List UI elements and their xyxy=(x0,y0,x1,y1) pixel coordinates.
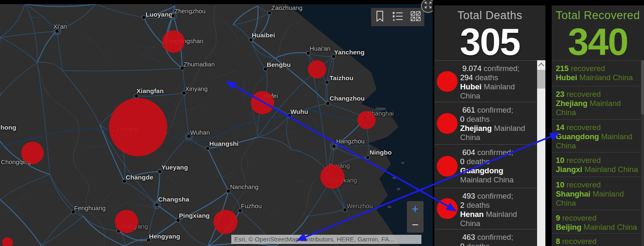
map-city-label: Yancheng xyxy=(334,49,364,56)
scrollbar-thumb[interactable] xyxy=(537,70,545,89)
map-city-label: Huaibei xyxy=(252,32,275,39)
death-list-item[interactable]: 661 confirmed;0 deathsZhejiang Mainland … xyxy=(434,102,537,144)
recovered-list-item[interactable]: 215 recoveredHubei Mainland China xyxy=(552,60,644,86)
recovered-panel-title: Total Recovered xyxy=(552,9,644,22)
death-item-text: 9.074 confirmed;294 deathsHubei Mainland… xyxy=(460,61,537,102)
city-dot xyxy=(332,145,336,148)
recovered-list-item[interactable]: 8 recovered xyxy=(552,233,644,246)
city-dot xyxy=(307,52,310,55)
city-dot xyxy=(171,14,175,17)
basemap-gallery-icon xyxy=(411,11,421,23)
map-city-label: Ningbo xyxy=(369,149,391,156)
red-bubble-icon xyxy=(434,145,460,188)
map-city-label: Yueyang xyxy=(161,164,188,171)
city-dot xyxy=(366,156,369,159)
scrollbar-thumb[interactable] xyxy=(641,60,644,114)
city-dot xyxy=(268,11,271,15)
map-city-label: Wenzhou xyxy=(347,202,373,209)
city-dot xyxy=(238,209,242,212)
map-city-label: Zaozhuang xyxy=(271,4,302,11)
city-dot xyxy=(326,102,329,105)
map-city-label: Changde xyxy=(126,174,153,181)
case-bubble[interactable] xyxy=(308,60,326,79)
map-city-label: Changzhou xyxy=(329,95,364,102)
case-bubble[interactable] xyxy=(2,237,13,246)
recovered-total-value: 340 xyxy=(552,23,644,61)
recovered-list-item[interactable]: 10 recoveredShanghai Mainland China xyxy=(552,177,644,210)
map-city-label: hong xyxy=(0,124,16,131)
basemap-gallery-button[interactable] xyxy=(406,8,424,26)
death-list-item[interactable]: 9.074 confirmed;294 deathsHubei Mainland… xyxy=(434,60,537,102)
recovered-list[interactable]: 215 recoveredHubei Mainland China23 reco… xyxy=(552,60,644,246)
map-city-label: Zhengzhou xyxy=(174,7,206,15)
case-bubble[interactable] xyxy=(320,165,344,189)
death-item-text: 463 confirmed;0 deaths xyxy=(460,229,537,246)
zoom-out-button[interactable]: − xyxy=(407,217,424,233)
death-item-text: 661 confirmed;0 deathsZhejiang Mainland … xyxy=(460,102,537,144)
map-city-label: Bengbu xyxy=(267,61,291,69)
red-bubble-icon xyxy=(434,61,460,102)
deaths-scrollbar[interactable] xyxy=(537,60,545,246)
expand-icon xyxy=(424,1,432,11)
map-city-label: Pingxiang xyxy=(179,212,210,219)
deaths-panel-title: Total Deaths xyxy=(434,9,545,22)
map-city-label: Xiangfan xyxy=(136,87,163,95)
death-list-item[interactable]: 463 confirmed;0 deaths xyxy=(434,229,537,246)
case-bubble[interactable] xyxy=(21,142,44,164)
city-dot xyxy=(155,203,159,207)
recovered-list-item[interactable]: 23 recoveredZhejiang Mainland China xyxy=(552,86,644,119)
recovered-scrollbar[interactable] xyxy=(641,60,644,246)
city-dot xyxy=(227,189,230,193)
map-city-label: Huai'an xyxy=(310,45,330,52)
map-panel[interactable]: Xi'anLuoyangZhengzhouZaozhuangHuaibeiPin… xyxy=(0,0,433,246)
map-city-label: Hangzhou xyxy=(336,138,364,145)
map-zoom-control: + − xyxy=(407,201,424,233)
case-bubble[interactable] xyxy=(162,30,185,53)
death-item-text: 604 confirmed;0 deathsGuangdong Mainland… xyxy=(460,145,537,188)
map-city-label: Xi'an xyxy=(53,23,67,30)
legend-button[interactable] xyxy=(389,8,407,26)
recovered-list-item[interactable]: 9 recoveredBeijing Mainland China xyxy=(552,210,644,233)
city-dot xyxy=(135,94,138,98)
map-city-label: Luoyang xyxy=(146,11,173,18)
city-dot xyxy=(158,170,161,173)
city-dot xyxy=(206,147,209,150)
bookmark-icon xyxy=(375,11,384,23)
case-bubble[interactable] xyxy=(115,210,138,233)
city-dot xyxy=(325,81,329,84)
map-city-label: Zhumadian xyxy=(183,61,215,68)
map-city-label: Wuhan xyxy=(190,129,210,136)
case-bubble[interactable] xyxy=(357,111,376,129)
map-city-label: Huangshi xyxy=(209,140,239,148)
total-recovered-panel: Total Recovered 340 215 recoveredHubei M… xyxy=(552,5,644,246)
city-dot xyxy=(343,208,347,212)
red-bubble-icon xyxy=(434,188,460,229)
death-list-item[interactable]: 604 confirmed;0 deathsGuangdong Mainland… xyxy=(434,144,537,188)
total-deaths-panel: Total Deaths 305 9.074 confirmed;294 dea… xyxy=(434,5,545,246)
death-item-text: 493 confirmed;2 deathsHenan Mainland Chi… xyxy=(460,188,537,229)
red-bubble-icon xyxy=(434,229,460,246)
death-list-item[interactable]: 493 confirmed;2 deathsHenan Mainland Chi… xyxy=(434,188,537,229)
red-bubble-icon xyxy=(434,102,460,144)
deaths-total-value: 305 xyxy=(434,23,545,61)
map-toolbar xyxy=(371,8,424,26)
recovered-list-item[interactable]: 10 recoveredJiangxi Mainland China xyxy=(552,152,644,177)
bookmark-button[interactable] xyxy=(371,8,389,26)
case-bubble[interactable] xyxy=(109,98,167,156)
recovered-list-item[interactable]: 14 recoveredGuangdong Mainland China xyxy=(552,119,644,152)
map-city-label: Wuhu xyxy=(290,108,308,116)
map-attribution: Esri, © OpenStreetMap contributors, HERE… xyxy=(231,235,421,244)
map-city-label: Fenghuang xyxy=(74,204,106,212)
city-dot xyxy=(142,16,146,19)
chevron-up-icon xyxy=(538,62,544,68)
zoom-in-button[interactable]: + xyxy=(407,201,424,217)
map-city-label: Changsha xyxy=(158,196,189,203)
case-bubble[interactable] xyxy=(251,91,274,114)
legend-icon xyxy=(392,11,403,23)
map-city-label: Fuzhou xyxy=(241,202,262,209)
deaths-list[interactable]: 9.074 confirmed;294 deathsHubei Mainland… xyxy=(434,60,537,246)
scroll-up-button[interactable] xyxy=(537,60,545,69)
map-city-label: Nanchang xyxy=(230,183,258,190)
case-bubble[interactable] xyxy=(213,210,238,234)
map-city-label: Hengyang xyxy=(149,233,180,240)
